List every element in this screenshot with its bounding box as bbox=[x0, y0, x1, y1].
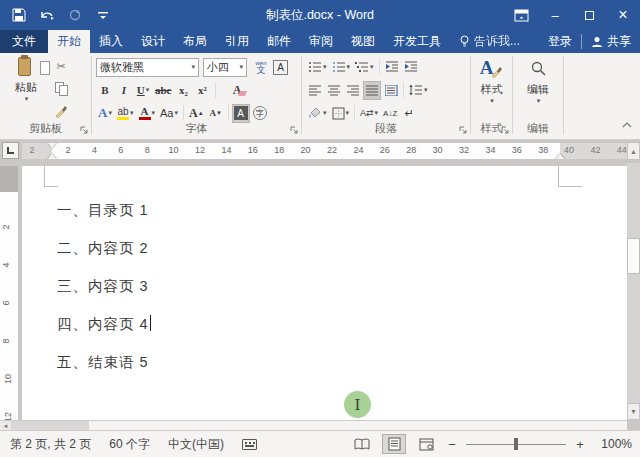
eraser-icon bbox=[238, 91, 247, 96]
save-icon[interactable] bbox=[10, 6, 28, 24]
tab-insert[interactable]: 插入 bbox=[90, 30, 132, 53]
paragraph-group-label: 段落 bbox=[302, 121, 470, 136]
vertical-scrollbar-thumb[interactable] bbox=[627, 238, 640, 274]
format-painter-button[interactable] bbox=[52, 101, 70, 120]
input-mode-icon[interactable] bbox=[242, 439, 257, 450]
sort-button[interactable]: A↓Z bbox=[381, 104, 399, 123]
shading-button[interactable]: ▾ bbox=[306, 104, 329, 123]
tab-layout[interactable]: 布局 bbox=[174, 30, 216, 53]
cut-button[interactable]: ✂ bbox=[52, 57, 70, 76]
word-count[interactable]: 60 个字 bbox=[109, 436, 150, 453]
vertical-ruler[interactable]: 24681012 bbox=[0, 166, 18, 420]
editing-button[interactable]: 编辑 ▾ bbox=[517, 56, 559, 105]
superscript-button[interactable]: x² bbox=[194, 81, 212, 100]
align-right-button[interactable] bbox=[344, 81, 362, 100]
font-size-combo[interactable]: 小四 ▾ bbox=[203, 58, 247, 77]
web-layout-button[interactable] bbox=[414, 434, 438, 454]
tab-mailings[interactable]: 邮件 bbox=[258, 30, 300, 53]
paste-button[interactable]: 粘贴 ▾ bbox=[8, 56, 44, 103]
increase-indent-button[interactable] bbox=[402, 58, 420, 77]
print-layout-button[interactable] bbox=[382, 434, 406, 454]
hanging-indent-marker[interactable] bbox=[47, 154, 57, 159]
zoom-out-button[interactable]: − bbox=[446, 437, 458, 452]
share-button[interactable]: 共享 bbox=[582, 30, 640, 53]
horizontal-ruler[interactable]: 2246810121416182022242628303234363840424… bbox=[22, 143, 627, 159]
copy-button[interactable] bbox=[52, 79, 70, 98]
ruler-number: 38 bbox=[538, 145, 548, 155]
tab-view[interactable]: 视图 bbox=[342, 30, 384, 53]
document-page[interactable]: 一、目录页 1 二、内容页 2 三、内容页 3 四、内容页 4 五、结束语 5 bbox=[22, 166, 627, 420]
subscript-button[interactable]: x₂ bbox=[175, 81, 193, 100]
horizontal-scrollbar[interactable]: ◄ bbox=[0, 420, 627, 430]
ruler-number: 2 bbox=[65, 145, 70, 155]
read-mode-button[interactable] bbox=[350, 434, 374, 454]
highlight-color-button[interactable]: ab ▾ bbox=[115, 104, 136, 123]
horizontal-scrollbar-thumb[interactable] bbox=[11, 421, 89, 430]
asian-layout-button[interactable]: A⇄▾ bbox=[358, 104, 380, 123]
customize-quick-access-icon[interactable] bbox=[94, 6, 112, 24]
scroll-down-button[interactable]: ▼ bbox=[627, 403, 640, 420]
tab-references[interactable]: 引用 bbox=[216, 30, 258, 53]
enclose-characters-button[interactable]: 字 bbox=[251, 104, 269, 123]
change-case-button[interactable]: Aa▾ bbox=[158, 104, 180, 123]
page-indicator[interactable]: 第 2 页, 共 2 页 bbox=[10, 436, 91, 453]
character-border-button[interactable]: A bbox=[271, 58, 290, 77]
clipboard-dialog-launcher-icon[interactable] bbox=[80, 126, 89, 135]
doc-line-4: 四、内容页 4 bbox=[57, 305, 151, 343]
character-shading-button[interactable]: A bbox=[232, 104, 250, 123]
zoom-slider[interactable] bbox=[466, 434, 566, 454]
shrink-font-button[interactable]: A▼ bbox=[207, 104, 225, 123]
phonetic-guide-button[interactable]: wén 文 bbox=[252, 58, 270, 77]
scroll-up-button[interactable]: ▲ bbox=[627, 142, 640, 160]
show-hide-marks-button[interactable]: ↵ bbox=[400, 104, 418, 123]
distribute-text-button[interactable] bbox=[382, 81, 400, 100]
sign-in-button[interactable]: 登录 bbox=[539, 30, 581, 53]
underline-button[interactable]: U▾ bbox=[134, 81, 152, 100]
undo-icon[interactable] bbox=[38, 6, 56, 24]
numbered-list-button[interactable]: ▾ bbox=[330, 58, 353, 77]
styles-dialog-launcher-icon[interactable] bbox=[501, 126, 510, 135]
collapse-ribbon-button[interactable] bbox=[618, 115, 636, 134]
ribbon-display-options-icon[interactable] bbox=[504, 0, 538, 30]
vertical-ruler-number: 4 bbox=[1, 262, 11, 267]
decrease-indent-button[interactable] bbox=[383, 58, 401, 77]
zoom-level[interactable]: 100% bbox=[594, 437, 632, 451]
tell-me-box[interactable]: 告诉我... bbox=[450, 30, 529, 53]
paragraph-dialog-launcher-icon[interactable] bbox=[459, 126, 468, 135]
align-left-button[interactable] bbox=[306, 81, 324, 100]
document-text[interactable]: 一、目录页 1 二、内容页 2 三、内容页 3 四、内容页 4 五、结束语 5 bbox=[57, 191, 151, 381]
zoom-slider-handle[interactable] bbox=[514, 438, 518, 450]
font-name-combo[interactable]: 微软雅黑 ▾ bbox=[96, 58, 199, 77]
multilevel-list-button[interactable]: ▾ bbox=[353, 58, 376, 77]
redo-icon[interactable] bbox=[66, 6, 84, 24]
paste-dropdown-icon[interactable]: ▾ bbox=[25, 95, 29, 103]
maximize-button[interactable] bbox=[572, 0, 606, 30]
italic-button[interactable]: I bbox=[115, 81, 133, 100]
justify-button[interactable] bbox=[363, 81, 381, 100]
vertical-scrollbar[interactable] bbox=[627, 163, 640, 403]
language-indicator[interactable]: 中文(中国) bbox=[168, 436, 224, 453]
tab-stop-selector[interactable] bbox=[2, 142, 19, 159]
tab-review[interactable]: 审阅 bbox=[300, 30, 342, 53]
minimize-button[interactable]: – bbox=[538, 0, 572, 30]
first-line-indent-marker[interactable] bbox=[47, 143, 57, 148]
tab-file[interactable]: 文件 bbox=[0, 30, 48, 53]
align-center-button[interactable] bbox=[325, 81, 343, 100]
bold-button[interactable]: B bbox=[96, 81, 114, 100]
font-color-button[interactable]: A ▾ bbox=[137, 104, 158, 123]
styles-button[interactable]: A 样式 ▾ bbox=[473, 56, 510, 105]
text-effects-button[interactable]: A▾ bbox=[96, 104, 114, 123]
close-button[interactable]: × bbox=[606, 0, 640, 30]
bullet-list-button[interactable]: ▾ bbox=[306, 58, 329, 77]
line-spacing-button[interactable]: ▾ bbox=[407, 81, 430, 100]
font-dialog-launcher-icon[interactable] bbox=[290, 126, 299, 135]
scroll-left-button[interactable]: ◄ bbox=[0, 421, 11, 430]
clear-formatting-button[interactable]: A bbox=[231, 81, 249, 100]
tab-developer[interactable]: 开发工具 bbox=[384, 30, 450, 53]
strikethrough-button[interactable]: abc bbox=[153, 81, 174, 100]
tab-home[interactable]: 开始 bbox=[48, 30, 90, 53]
borders-button[interactable]: ▾ bbox=[330, 104, 352, 123]
zoom-in-button[interactable]: + bbox=[574, 437, 586, 452]
tab-design[interactable]: 设计 bbox=[132, 30, 174, 53]
grow-font-button[interactable]: A▲ bbox=[187, 104, 206, 123]
